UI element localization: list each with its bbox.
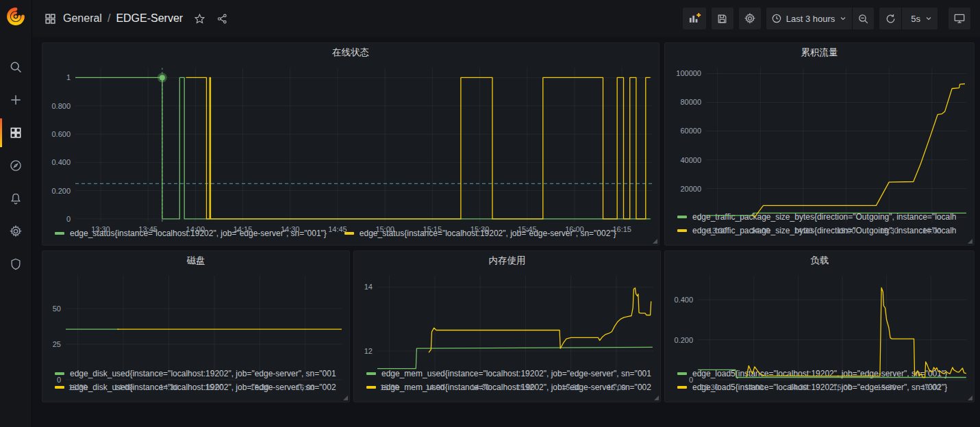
panel-resize-handle[interactable]	[968, 239, 972, 244]
x-tick-label: 15:30	[562, 383, 581, 391]
series-line-0	[706, 213, 966, 216]
y-tick-label: 40000	[680, 156, 701, 164]
time-picker-button[interactable]: Last 3 hours	[766, 8, 853, 29]
x-tick-label: 14:30	[794, 227, 813, 235]
y-tick-label: 12	[364, 347, 373, 355]
panel-title[interactable]: 磁盘	[42, 251, 349, 270]
top-nav-bar: General / EDGE-Server	[32, 0, 980, 37]
x-tick-label: 15:30	[251, 383, 270, 391]
chart-load[interactable]: 13:3014:0014:3015:0015:3016:0000.2000.40…	[665, 270, 974, 367]
panel-title[interactable]: 负载	[665, 251, 974, 270]
panel-title[interactable]: 内存使用	[354, 251, 660, 270]
sidebar-item-search[interactable]	[0, 55, 32, 79]
breadcrumb-separator: /	[108, 12, 110, 25]
bar-chart-plus-icon	[688, 12, 701, 25]
x-tick-label: 13:30	[380, 383, 399, 391]
x-tick-label: 15:30	[879, 227, 899, 235]
sidebar-item-server-admin[interactable]	[0, 253, 32, 276]
annotation-dot[interactable]	[160, 75, 165, 80]
chart-online-status[interactable]: 13:3013:4514:0014:1514:3014:4515:0015:15…	[42, 62, 659, 227]
x-tick-label: 16:00	[607, 383, 626, 391]
x-tick-label: 16:00	[921, 383, 940, 391]
compass-icon	[9, 159, 23, 172]
x-tick-label: 14:00	[186, 225, 205, 233]
chart-svg-memory-usage: 13:3014:0014:3015:0015:3016:001214	[354, 270, 660, 395]
chart-cumulative-traffic[interactable]: 13:3014:0014:3015:0015:3016:000200004000…	[665, 62, 974, 211]
save-dashboard-button[interactable]	[712, 8, 733, 29]
refresh-interval-dropdown[interactable]: 5s	[901, 8, 938, 29]
y-tick-label: 0.200	[674, 336, 693, 344]
refresh-interval-label: 5s	[911, 14, 920, 24]
dashboard-content: 在线状态 13:3013:4514:0014:1514:3014:4515:00…	[32, 37, 980, 427]
shield-icon	[9, 257, 23, 271]
sidebar-item-dashboards[interactable]	[0, 121, 32, 144]
cycle-view-mode-button[interactable]	[948, 8, 970, 29]
y-tick-label: 50	[53, 305, 61, 313]
refresh-button[interactable]	[879, 8, 901, 29]
y-tick-label: 0	[57, 376, 61, 384]
chart-disk[interactable]: 13:3014:0014:3015:0015:3016:0002550	[42, 270, 349, 367]
series-line-1	[429, 288, 651, 352]
chart-svg-disk: 13:3014:0014:3015:0015:3016:0002550	[42, 270, 349, 395]
panel-resize-handle[interactable]	[653, 239, 657, 244]
apps-grid-icon	[9, 126, 23, 140]
chart-svg-cumulative-traffic: 13:3014:0014:3015:0015:3016:000200004000…	[665, 62, 974, 238]
x-tick-label: 13:30	[91, 225, 110, 233]
y-tick-label: 100000	[676, 69, 701, 77]
y-tick-label: 20000	[680, 185, 701, 193]
sidebar-item-explore[interactable]	[0, 154, 32, 177]
x-tick-label: 15:00	[205, 383, 224, 391]
sidebar-item-create[interactable]	[0, 88, 32, 112]
series-line-0	[75, 77, 651, 219]
x-tick-label: 14:30	[470, 383, 490, 391]
refresh-group: 5s	[879, 8, 938, 29]
panel-memory-usage: 内存使用 13:3014:0014:3015:0015:3016:001214 …	[353, 250, 661, 402]
main-area: General / EDGE-Server	[32, 0, 980, 427]
x-tick-label: 16:00	[922, 227, 942, 235]
time-range-label: Last 3 hours	[786, 14, 835, 24]
y-tick-label: 80000	[680, 98, 701, 106]
favorite-star-button[interactable]	[194, 13, 205, 25]
grafana-logo[interactable]	[0, 0, 32, 32]
panel-cumulative-traffic: 累积流量 13:3014:0014:3015:0015:3016:0002000…	[664, 42, 975, 246]
clock-icon	[771, 13, 782, 24]
sidebar	[0, 0, 32, 427]
panel-resize-handle[interactable]	[968, 396, 972, 400]
x-tick-label: 14:30	[281, 225, 300, 233]
panel-title[interactable]: 累积流量	[665, 43, 974, 62]
x-tick-label: 14:45	[328, 225, 347, 233]
share-dashboard-button[interactable]	[216, 13, 228, 25]
bell-icon	[9, 192, 23, 205]
breadcrumb: General / EDGE-Server	[45, 12, 228, 25]
panel-title[interactable]: 在线状态	[42, 43, 659, 62]
y-tick-label: 0.400	[674, 296, 693, 304]
x-tick-label: 15:00	[375, 225, 394, 233]
x-tick-label: 14:30	[789, 383, 808, 391]
x-tick-label: 15:00	[833, 383, 852, 391]
add-panel-button[interactable]	[683, 8, 706, 29]
x-tick-label: 15:00	[837, 227, 856, 235]
x-tick-label: 14:00	[744, 383, 764, 391]
breadcrumb-folder[interactable]: General	[63, 12, 102, 25]
x-tick-label: 15:00	[516, 383, 536, 391]
x-tick-label: 13:45	[138, 225, 158, 233]
chart-memory-usage[interactable]: 13:3014:0014:3015:0015:3016:001214	[354, 270, 660, 367]
series-line-1	[752, 84, 965, 218]
x-tick-label: 14:00	[114, 383, 133, 391]
x-tick-label: 14:00	[751, 227, 770, 235]
x-tick-label: 16:00	[565, 225, 584, 233]
panel-resize-handle[interactable]	[654, 396, 659, 400]
sidebar-item-configuration[interactable]	[0, 220, 32, 243]
zoom-out-button[interactable]	[852, 8, 874, 29]
panel-resize-handle[interactable]	[343, 396, 348, 400]
chevron-down-icon	[839, 14, 847, 23]
series-line-1	[186, 77, 651, 219]
dashboard-title[interactable]: EDGE-Server	[116, 12, 183, 25]
x-tick-label: 14:00	[425, 383, 444, 391]
sidebar-item-alerting[interactable]	[0, 187, 32, 210]
dashboard-settings-button[interactable]	[739, 8, 761, 29]
save-icon	[716, 13, 728, 25]
panel-disk: 磁盘 13:3014:0014:3015:0015:3016:0002550 e…	[42, 250, 350, 402]
plus-icon	[9, 93, 23, 107]
y-tick-label: 0.200	[51, 187, 71, 195]
